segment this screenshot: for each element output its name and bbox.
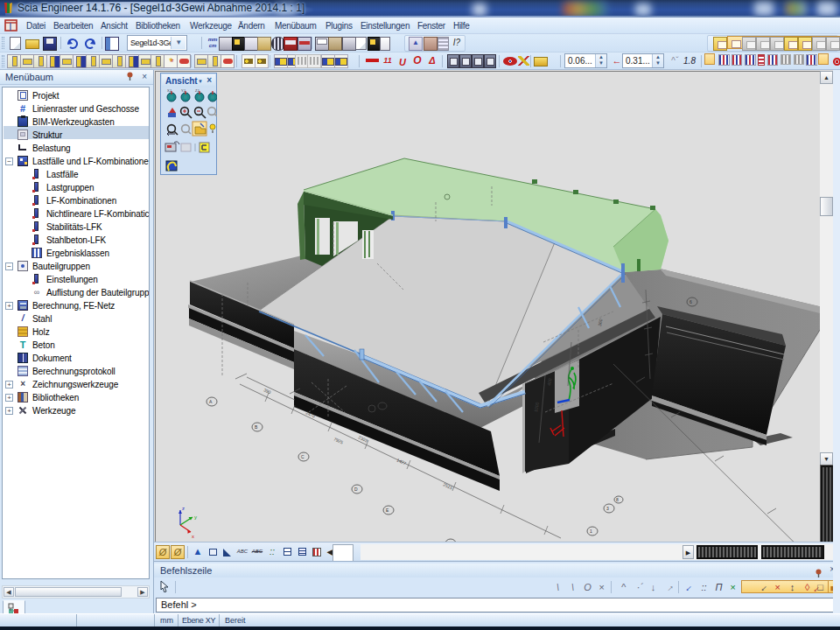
svg-text:1: 1 (590, 528, 592, 534)
svg-text:XJ: XJ (167, 88, 172, 93)
svg-text:2515: 2515 (443, 481, 454, 490)
svg-text:6: 6 (690, 299, 692, 304)
svg-text:YJ: YJ (181, 88, 186, 93)
svg-text:ZJ: ZJ (195, 88, 199, 93)
svg-text:B: B (255, 424, 258, 430)
svg-text:y: y (194, 514, 197, 520)
svg-text:E: E (386, 508, 389, 513)
svg-text:x: x (192, 534, 194, 539)
svg-text:1427: 1427 (396, 457, 408, 466)
svg-text:z: z (182, 506, 185, 511)
svg-text:D: D (354, 486, 358, 492)
svg-text:7925: 7925 (333, 436, 345, 444)
svg-text:C: C (301, 454, 304, 459)
svg-text:3: 3 (606, 506, 609, 511)
svg-text:A: A (209, 399, 213, 404)
svg-text:8: 8 (616, 497, 619, 502)
